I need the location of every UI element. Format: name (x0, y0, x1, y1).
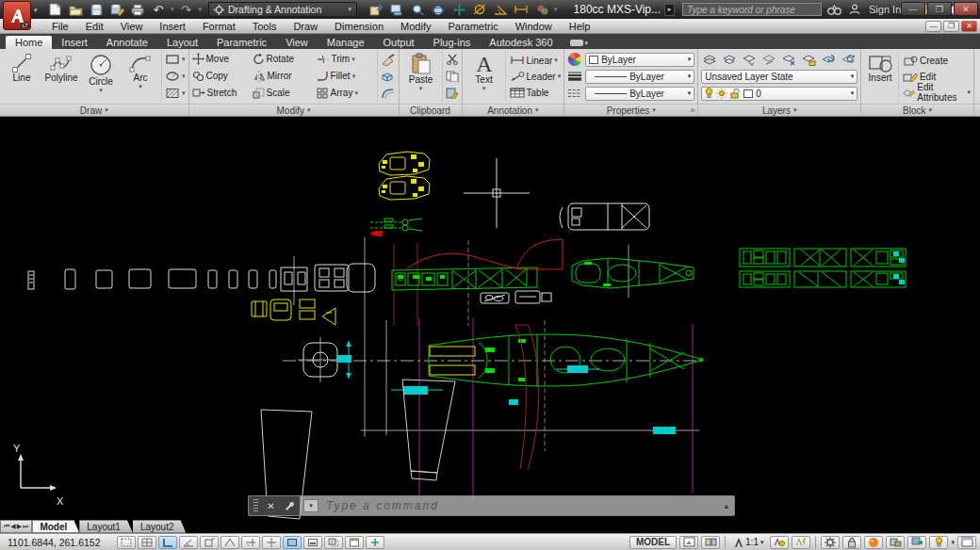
3d-object-snap-toggle[interactable] (220, 536, 239, 549)
open-file-icon[interactable] (66, 2, 85, 18)
ribbon-tab-autodesk360[interactable]: Autodesk 360 (480, 36, 562, 49)
arc-dropdown-icon[interactable]: ▾ (139, 83, 142, 89)
scale-button[interactable]: Scale (253, 85, 315, 101)
arc-button[interactable]: Arc ▾ (122, 51, 159, 102)
annotation-autoscale-button[interactable] (792, 536, 810, 549)
command-history-icon[interactable]: ▴ (724, 501, 728, 510)
menu-window[interactable]: Window (507, 21, 561, 32)
erase-button[interactable] (381, 52, 396, 68)
menu-draw[interactable]: Draw (285, 21, 326, 32)
infer-constraints-toggle[interactable] (117, 536, 136, 549)
next-tab-icon[interactable]: ▶ (17, 523, 22, 530)
paste-button[interactable]: Paste ▾ (402, 51, 440, 102)
ribbon-tab-view[interactable]: View (276, 36, 318, 49)
redo-icon[interactable]: ↷ (177, 2, 196, 18)
mirror-button[interactable]: Mirror (253, 68, 315, 84)
status-menu-icon[interactable]: ▾ (951, 539, 955, 546)
layer-lock-icon[interactable] (800, 52, 818, 67)
menu-format[interactable]: Format (194, 21, 244, 32)
dynamic-ucs-toggle[interactable] (262, 536, 281, 549)
edit-attributes-button[interactable]: Edit Attributes▾ (903, 85, 971, 101)
qat-customize-icon[interactable]: ▾ (554, 6, 558, 13)
linetype-dropdown[interactable]: ByLayer▾ (585, 87, 694, 101)
layer-prev-icon[interactable] (840, 52, 858, 67)
ribbon-minimize-icon[interactable]: ▾ (570, 39, 589, 49)
title-flyout-icon[interactable]: ▸ (664, 4, 675, 16)
performance-button[interactable] (864, 536, 883, 549)
ellipse-button[interactable]: ▾ (165, 69, 186, 85)
ribbon-tab-annotate[interactable]: Annotate (97, 36, 157, 49)
menu-view[interactable]: View (112, 21, 152, 32)
menu-parametric[interactable]: Parametric (439, 21, 506, 32)
search-input[interactable] (682, 3, 822, 16)
menu-insert[interactable]: Insert (151, 21, 194, 32)
panel-title-modify[interactable]: Modify▾ (189, 104, 399, 116)
panel-title-block[interactable]: Block▾ (861, 104, 973, 116)
ribbon-tab-parametric[interactable]: Parametric (207, 36, 276, 49)
command-close-icon[interactable]: ✕ (267, 501, 274, 511)
polyline-button[interactable]: Polyline (42, 51, 80, 102)
menu-file[interactable]: File (43, 21, 77, 32)
quick-properties-toggle[interactable] (345, 536, 364, 549)
workspace-dropdown[interactable]: Drafting & Annotation ▾ (208, 2, 357, 17)
orbit-icon[interactable] (429, 2, 448, 18)
menu-edit[interactable]: Edit (77, 21, 112, 32)
undo-dropdown-icon[interactable]: ▾ (171, 6, 174, 13)
panel-title-annotation[interactable]: Annotation▾ (463, 104, 564, 116)
sign-in-button[interactable]: Sign In (869, 4, 901, 15)
paste-special-button[interactable] (446, 86, 459, 102)
selection-cycling-toggle[interactable] (366, 536, 384, 549)
cut-button[interactable] (446, 52, 459, 68)
dimension-icon[interactable] (512, 2, 531, 18)
layer-match-icon[interactable] (820, 52, 838, 67)
layer-unlock-icon[interactable] (730, 88, 741, 99)
status-bulb-icon[interactable] (929, 536, 948, 549)
workspace-switching-button[interactable] (821, 536, 840, 549)
ribbon-tab-home[interactable]: Home (6, 36, 52, 49)
line-button[interactable]: Line (3, 51, 41, 102)
last-tab-icon[interactable]: ⏭ (23, 523, 28, 530)
properties-launcher-icon[interactable]: » (690, 105, 694, 115)
drawing-restore-button[interactable]: ❐ (943, 21, 959, 32)
render-icon[interactable] (532, 2, 551, 18)
copy-clip-button[interactable] (446, 69, 459, 85)
offset-button[interactable] (381, 86, 396, 102)
quick-view-drawings-button[interactable] (701, 536, 720, 549)
plot-preview-icon[interactable] (387, 2, 406, 18)
drawing-canvas[interactable]: Y X ✕ ▾ ▴ (0, 117, 980, 520)
object-snap-toggle[interactable] (200, 536, 219, 549)
layer-off-icon[interactable] (721, 52, 739, 67)
first-tab-icon[interactable]: ⏮ (4, 523, 9, 530)
quick-view-layouts-button[interactable] (679, 536, 698, 549)
table-button[interactable]: Table (510, 85, 562, 101)
save-as-icon[interactable] (107, 2, 126, 18)
drawing-minimize-button[interactable]: — (925, 21, 941, 32)
sheet-set-icon[interactable] (367, 2, 385, 18)
measure-angle-icon[interactable] (491, 2, 510, 18)
undo-icon[interactable]: ↶ (149, 2, 168, 18)
ortho-mode-toggle[interactable] (158, 536, 177, 549)
zoom-icon[interactable] (408, 2, 427, 18)
move-button[interactable]: Move (192, 51, 251, 67)
app-menu-arrow-icon[interactable]: ▾ (34, 7, 38, 14)
layer-dropdown[interactable]: 0 ▾ (701, 87, 858, 101)
ribbon-tab-output[interactable]: Output (374, 36, 424, 49)
object-snap-tracking-toggle[interactable] (241, 536, 260, 549)
layer-freeze-icon[interactable] (780, 52, 798, 67)
lineweight-icon[interactable] (567, 71, 582, 82)
rectangle-button[interactable]: ▾ (165, 52, 186, 68)
app-minimize-button[interactable]: — (901, 2, 925, 16)
stretch-button[interactable]: Stretch (192, 85, 251, 101)
dynamic-input-toggle[interactable] (283, 536, 302, 549)
layer-properties-icon[interactable] (701, 52, 719, 67)
explode-button[interactable] (381, 69, 396, 85)
command-customize-wrench-icon[interactable] (284, 500, 295, 511)
app-close-button[interactable]: ✕ (954, 2, 978, 16)
tab-layout2[interactable]: Layout2 (133, 520, 187, 533)
menu-help[interactable]: Help (561, 21, 599, 32)
model-space-button[interactable]: MODEL (629, 536, 677, 549)
lineweight-display-toggle[interactable] (303, 536, 322, 549)
recent-commands-icon[interactable]: ▾ (303, 499, 318, 512)
command-drag-handle[interactable] (253, 499, 258, 512)
layer-thaw-sun-icon[interactable] (716, 88, 727, 99)
